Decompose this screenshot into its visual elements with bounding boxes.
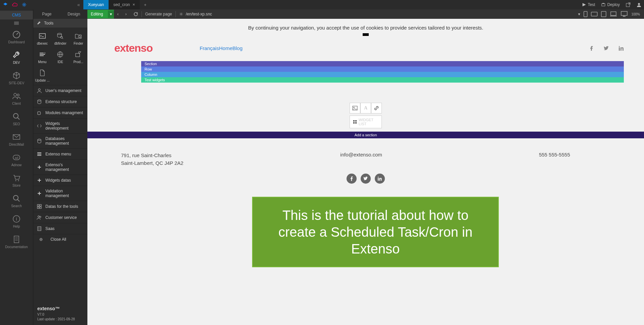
rail-store[interactable]: Store — [0, 170, 33, 191]
footer-linkedin-icon[interactable] — [375, 174, 385, 184]
device-tablet-icon[interactable] — [601, 11, 606, 17]
cloud-warning-icon[interactable] — [12, 2, 17, 7]
rail-dev[interactable]: DEV — [0, 47, 33, 68]
widget-text-button[interactable]: A — [360, 103, 371, 113]
rail-dashboard[interactable]: Dashboard — [0, 27, 33, 47]
magnifier-icon — [12, 112, 21, 121]
device-tablet-landscape-icon[interactable] — [591, 12, 598, 16]
tool-dbfinder[interactable]: dbfinder — [51, 30, 70, 48]
tool-finder[interactable]: Finder — [69, 30, 87, 48]
close-icon[interactable]: × — [133, 2, 135, 7]
device-laptop-icon[interactable] — [610, 11, 617, 17]
add-section-button[interactable]: Add a section — [87, 132, 644, 138]
menu-databases-management[interactable]: Databases management — [33, 133, 87, 148]
nav-blog[interactable]: Blog — [232, 45, 242, 51]
hamburger-left-icon[interactable]: « — [77, 2, 80, 7]
site-header: extenso Français Home Blog — [87, 39, 644, 61]
bar-column[interactable]: Column — [141, 72, 624, 77]
menu-customer-service[interactable]: Customer service — [33, 212, 87, 223]
footer-email[interactable]: info@extenso.com — [340, 152, 382, 167]
menu-extensos-management[interactable]: Extenso's management — [33, 159, 87, 175]
rail-help[interactable]: iHelp — [0, 211, 33, 232]
menu-widgets-development[interactable]: Widgets development — [33, 118, 87, 133]
rail-directmail[interactable]: DirectMail — [0, 129, 33, 150]
gear-icon[interactable] — [179, 12, 183, 16]
app-logo-icon[interactable] — [3, 2, 8, 7]
menu-saas[interactable]: Saas — [33, 223, 87, 234]
chevron-down-icon[interactable]: ▾ — [108, 10, 114, 18]
tool-ide[interactable]: IDE — [51, 48, 70, 66]
widget-link-button[interactable] — [371, 103, 382, 113]
svg-point-28 — [38, 89, 40, 91]
info-icon: i — [12, 215, 21, 223]
site-logo[interactable]: extenso — [114, 42, 153, 54]
refresh-button[interactable] — [130, 12, 142, 16]
menu-close-all[interactable]: ⊖ Close All — [33, 234, 87, 244]
list-icon — [37, 151, 42, 157]
svg-point-29 — [38, 100, 41, 101]
facebook-icon[interactable] — [589, 46, 594, 51]
footer-twitter-icon[interactable] — [361, 174, 371, 184]
cms-tab[interactable]: CMS — [0, 11, 33, 19]
widget-list-button[interactable]: WIDGET LIST — [350, 115, 382, 128]
rail-documentation[interactable]: Documentation — [0, 232, 33, 252]
new-tab-button[interactable]: ＋ — [140, 0, 151, 10]
rail-dash-icon[interactable] — [0, 19, 33, 27]
tool-update[interactable]: Update ... — [33, 66, 51, 85]
menu-extenso-menu[interactable]: Extenso menu — [33, 148, 87, 159]
bar-section[interactable]: Section — [141, 61, 624, 66]
bar-test-widgets[interactable]: Test widgets — [141, 77, 624, 83]
external-icon[interactable] — [626, 2, 631, 7]
search-icon — [12, 194, 21, 203]
subtab-design[interactable]: Design — [61, 10, 88, 18]
dropdown-icon[interactable]: ▾ — [578, 12, 580, 16]
menu-toggle-icon[interactable] — [363, 33, 369, 36]
tool-dbexec[interactable]: dbexec — [33, 30, 51, 48]
svg-rect-50 — [353, 122, 355, 124]
path-field: /en/test-xp.snc — [176, 12, 212, 16]
editing-button[interactable]: Editing▾ — [87, 10, 114, 18]
rail-site-dev[interactable]: SITE-DEV — [0, 68, 33, 88]
svg-point-9 — [14, 93, 16, 96]
social-top — [589, 46, 624, 51]
rail-adnow[interactable]: adAdnow — [0, 150, 33, 170]
test-button[interactable]: Test — [582, 2, 595, 7]
footer-facebook-icon[interactable] — [347, 174, 357, 184]
menu-modules-managment[interactable]: Modules managment — [33, 107, 87, 118]
svg-rect-34 — [40, 207, 41, 208]
tab-xueyuan[interactable]: Xueyuan — [83, 0, 109, 10]
menu-users-management[interactable]: User's management — [33, 85, 87, 96]
menu-validation-management[interactable]: Validation management — [33, 186, 87, 201]
device-desktop-icon[interactable] — [620, 11, 628, 17]
path-value[interactable]: /en/test-xp.snc — [186, 12, 212, 16]
toolbar-right: ▾ 100% — [578, 11, 644, 17]
nav-home[interactable]: Home — [219, 45, 232, 51]
user-icon[interactable] — [637, 2, 641, 7]
menu-extenso-structure[interactable]: Extenso structure — [33, 96, 87, 107]
generate-page-button[interactable]: Generate page — [142, 12, 175, 16]
rail-search[interactable]: Search — [0, 191, 33, 211]
gear-icon[interactable] — [22, 2, 27, 7]
nav-lang[interactable]: Français — [200, 45, 219, 51]
tool-menu[interactable]: Menu — [33, 48, 51, 66]
linkedin-icon[interactable] — [618, 46, 624, 51]
deploy-label: Deploy — [607, 2, 620, 7]
nav-back-button[interactable]: ‹ — [114, 12, 122, 16]
device-mobile-icon[interactable] — [583, 11, 588, 17]
tab-sed-cron[interactable]: sed_cron× — [109, 0, 139, 10]
subtab-page[interactable]: Page — [33, 10, 61, 18]
tool-prod[interactable]: Prod... — [69, 48, 87, 66]
bar-row[interactable]: Row — [141, 66, 624, 72]
test-label: Test — [588, 2, 595, 7]
zoom-label[interactable]: 100% — [631, 12, 640, 16]
menu-widgets-datas[interactable]: Widgets datas — [33, 175, 87, 186]
rail-seo[interactable]: SEO — [0, 109, 33, 129]
menu-datas-for-tools[interactable]: Datas for the tools — [33, 201, 87, 212]
svg-rect-52 — [378, 178, 379, 181]
twitter-icon[interactable] — [604, 46, 609, 51]
widget-image-button[interactable] — [350, 103, 360, 113]
collapse-icon: ⊖ — [39, 237, 43, 242]
deploy-button[interactable]: Deploy — [601, 2, 620, 7]
nav-forward-button[interactable]: › — [122, 12, 130, 16]
rail-client[interactable]: Client — [0, 88, 33, 109]
